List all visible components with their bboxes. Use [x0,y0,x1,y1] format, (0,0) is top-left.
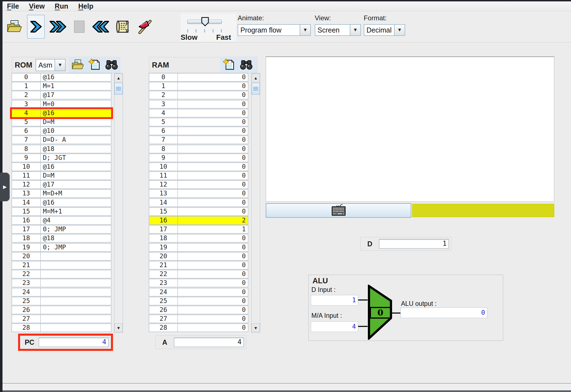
rom-row-address[interactable]: 21 [12,261,41,269]
rom-row-address[interactable]: 10 [12,163,41,171]
scroll-up-icon[interactable]: ▲ [252,73,260,82]
rom-row-instruction[interactable] [40,270,111,278]
rom-row-instruction[interactable]: @17 [40,91,111,99]
rom-row-address[interactable]: 22 [12,270,41,278]
ram-scrollbar-thumb[interactable] [252,83,260,95]
rom-row-instruction[interactable]: @16 [40,73,111,81]
rom-search-button[interactable] [105,59,118,72]
ram-row-address[interactable]: 5 [149,118,178,126]
ram-row-address[interactable]: 8 [149,145,178,153]
rom-row-address[interactable]: 20 [12,252,41,260]
clear-rom-button[interactable] [88,59,101,72]
rom-row-instruction[interactable] [40,324,111,332]
single-step-button[interactable] [27,15,45,39]
rom-row-address[interactable]: 26 [12,306,41,314]
rom-row-address[interactable]: 2 [12,91,41,99]
ram-row-address[interactable]: 18 [149,234,178,242]
ram-row-value[interactable]: 0 [178,297,248,305]
rom-row-instruction[interactable] [40,288,111,296]
rom-row-instruction[interactable]: D=D- A [40,136,111,144]
scroll-up-icon[interactable]: ▲ [114,73,123,82]
ram-row-value[interactable]: 0 [178,127,248,135]
ram-row-address[interactable]: 14 [149,199,178,207]
rom-row-instruction[interactable]: @16 [40,109,111,117]
ram-row-value[interactable]: 0 [178,154,248,162]
ram-row-value[interactable]: 0 [178,270,248,278]
ram-row-value[interactable]: 0 [178,189,248,198]
ram-row-value[interactable]: 0 [178,324,248,332]
rom-row-instruction[interactable] [40,279,111,287]
animate-select[interactable]: Program flow ▼ [238,24,311,36]
ram-row-address[interactable]: 2 [149,91,178,99]
rom-row-instruction[interactable] [40,297,111,305]
ram-row-address[interactable]: 23 [149,279,178,287]
ram-row-value[interactable]: 0 [178,279,248,287]
ram-row-value[interactable]: 1 [178,225,248,234]
open-file-button[interactable] [5,15,23,39]
ram-row-value[interactable]: 0 [178,136,248,144]
pc-value-input[interactable]: 4 [39,338,109,347]
ram-row-address[interactable]: 26 [149,306,178,314]
ram-row-value[interactable]: 0 [178,172,248,180]
ram-row-address[interactable]: 20 [149,252,178,260]
d-value-input[interactable]: 1 [379,239,449,249]
ram-row-address[interactable]: 11 [149,172,178,180]
rom-row-instruction[interactable]: @17 [40,180,111,189]
ram-row-address[interactable]: 28 [149,324,178,332]
chevron-down-icon[interactable]: ▼ [55,59,65,71]
chevron-down-icon[interactable]: ▼ [394,25,405,35]
rom-row-address[interactable]: 4 [12,109,41,117]
keyboard-button[interactable] [266,203,411,218]
ram-row-address[interactable]: 6 [149,127,178,135]
rom-row-address[interactable]: 0 [12,73,41,81]
rom-row-address[interactable]: 27 [12,315,41,323]
rom-row-address[interactable]: 11 [12,172,41,180]
rom-row-address[interactable]: 23 [12,279,41,287]
ram-row-address[interactable]: 13 [149,189,178,198]
rom-row-address[interactable]: 18 [12,234,41,242]
menu-item-file[interactable]: File [7,2,19,10]
ram-row-value[interactable]: 0 [178,118,248,126]
rom-row-instruction[interactable]: @16 [40,199,111,207]
breakpoints-button[interactable] [136,15,153,39]
format-select[interactable]: Decimal ▼ [364,24,405,36]
rom-row-instruction[interactable] [40,306,111,314]
ram-row-value[interactable]: 0 [178,163,248,171]
rom-row-instruction[interactable]: @18 [40,145,111,153]
rom-row-address[interactable]: 3 [12,100,41,108]
rom-row-instruction[interactable]: @16 [40,163,111,171]
scroll-down-icon[interactable]: ▼ [114,323,123,332]
ram-row-address[interactable]: 3 [149,100,178,108]
ram-row-value[interactable]: 0 [178,315,248,323]
ram-row-address[interactable]: 24 [149,288,178,296]
ram-row-value[interactable]: 0 [178,234,248,242]
rom-row-address[interactable]: 8 [12,145,41,153]
rom-row-address[interactable]: 14 [12,199,41,207]
ram-row-address[interactable]: 16 [149,216,178,225]
chevron-down-icon[interactable]: ▼ [300,25,310,35]
ram-scrollbar[interactable]: ▲ ▼ [251,73,260,333]
ram-row-address[interactable]: 25 [149,297,178,305]
rom-row-instruction[interactable]: D; JGT [40,154,111,162]
rom-row-instruction[interactable]: D=M [40,172,111,180]
rom-row-address[interactable]: 13 [12,189,41,198]
run-button[interactable] [49,15,67,39]
scroll-down-icon[interactable]: ▼ [252,323,260,332]
menu-item-help[interactable]: Help [78,2,93,10]
rom-row-instruction[interactable]: M=M+1 [40,207,111,216]
ram-row-value[interactable]: 0 [178,243,248,252]
rom-row-instruction[interactable]: 0; JMP [40,243,111,252]
rom-row-address[interactable]: 9 [12,154,41,162]
rom-row-address[interactable]: 1 [12,82,41,90]
rom-row-address[interactable]: 24 [12,288,41,296]
ram-row-address[interactable]: 17 [149,225,178,234]
rom-row-instruction[interactable] [40,315,111,323]
ram-row-value[interactable]: 0 [178,82,248,90]
rom-row-instruction[interactable]: @18 [40,234,111,242]
ram-row-address[interactable]: 12 [149,180,178,189]
rom-row-address[interactable]: 6 [12,127,41,135]
rom-row-address[interactable]: 7 [12,136,41,144]
load-program-button[interactable] [71,59,84,72]
ram-row-value[interactable]: 0 [178,145,248,153]
sidebar-expander[interactable]: ▶ [0,173,10,201]
